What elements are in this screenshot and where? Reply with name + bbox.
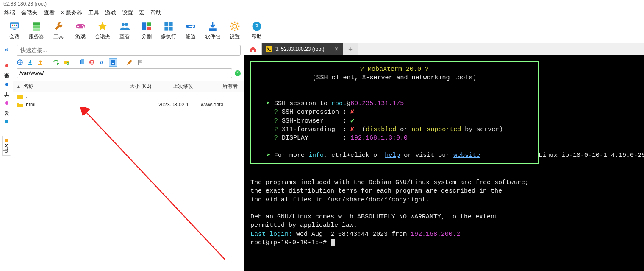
- website-link[interactable]: website: [453, 152, 480, 159]
- home-icon: [249, 45, 257, 53]
- text-icon[interactable]: A: [99, 59, 105, 66]
- tb-help-label: 帮助: [252, 33, 262, 40]
- sftp-path-input[interactable]: [17, 68, 232, 78]
- svg-rect-7: [33, 25, 40, 28]
- flag-icon[interactable]: [136, 59, 143, 66]
- tb-servers[interactable]: 服务器: [25, 20, 47, 41]
- tb-tunnel-label: 隧道: [186, 33, 196, 40]
- terminal[interactable]: ? MobaXterm 20.0 ? (SSH client, X-server…: [244, 55, 644, 271]
- col-modified[interactable]: 上次修改: [169, 81, 219, 92]
- col-size[interactable]: 大小 (KB): [126, 81, 169, 92]
- svg-rect-17: [147, 22, 151, 26]
- sidetab-tools[interactable]: 工具: [2, 80, 11, 91]
- svg-rect-6: [33, 22, 40, 25]
- menu-view[interactable]: 查看: [44, 9, 55, 17]
- tb-session-label: 会话: [9, 33, 19, 40]
- menu-macros[interactable]: 宏: [139, 9, 144, 17]
- menu-sessions[interactable]: 会话夹: [21, 9, 38, 17]
- tb-multiexec-label: 多执行: [161, 33, 176, 40]
- terminal-area: 3. 52.83.180.23 (root) ✕ ＋ ? MobaXterm 2…: [244, 43, 644, 271]
- svg-text:A: A: [100, 59, 104, 66]
- svg-rect-42: [252, 50, 254, 52]
- sidetab-macros[interactable]: 发: [2, 98, 11, 109]
- menu-bar: 终端 会话夹 查看 X 服务器 工具 游戏 设置 宏 帮助: [0, 8, 644, 18]
- window-title: 52.83.180.23 (root): [0, 0, 644, 8]
- home-tab[interactable]: [244, 43, 262, 55]
- file-row-up[interactable]: ..: [13, 92, 244, 101]
- split-icon: [141, 20, 153, 32]
- delete-icon[interactable]: [89, 59, 95, 66]
- svg-rect-29: [28, 64, 32, 65]
- tb-view-label: 查看: [119, 33, 130, 40]
- tb-tunnel[interactable]: 隧道: [180, 20, 202, 41]
- servers-icon: [31, 20, 42, 32]
- help-link[interactable]: help: [385, 152, 400, 159]
- session-tab[interactable]: 3. 52.83.180.23 (root) ✕: [262, 43, 343, 55]
- upload-icon[interactable]: [37, 59, 44, 66]
- motd-6: permitted by applicable law.: [250, 222, 357, 229]
- col-name[interactable]: 名称: [23, 83, 33, 90]
- col-owner[interactable]: 所有者: [219, 81, 244, 92]
- monitor-icon: [8, 20, 20, 32]
- tb-help[interactable]: ? 帮助: [246, 20, 268, 41]
- tb-packages[interactable]: 软件包: [202, 20, 224, 41]
- svg-point-14: [122, 23, 125, 26]
- gamepad-icon: [75, 20, 86, 32]
- svg-rect-40: [138, 60, 139, 65]
- tb-games[interactable]: 游戏: [69, 20, 92, 41]
- ssh-user: root: [331, 100, 347, 107]
- file-header: ▲名称 大小 (KB) 上次修改 所有者: [13, 81, 244, 92]
- motd-1: Linux ip-10-0-10-1 4.19.0-25-cloud-amd64…: [539, 152, 644, 159]
- edit-icon[interactable]: [126, 59, 133, 66]
- new-tab-button[interactable]: ＋: [343, 43, 358, 55]
- quick-connect-input[interactable]: [17, 45, 241, 56]
- new-folder-icon[interactable]: [63, 59, 69, 66]
- wrench-icon: [53, 20, 64, 32]
- svg-rect-37: [112, 61, 114, 61]
- menu-settings[interactable]: 设置: [122, 9, 133, 17]
- close-tab-icon[interactable]: ✕: [334, 46, 339, 52]
- svg-point-25: [233, 25, 237, 28]
- menu-games[interactable]: 游戏: [105, 9, 116, 17]
- svg-point-10: [82, 25, 84, 27]
- tb-settings[interactable]: 设置: [224, 20, 246, 41]
- side-tabs: « 会话夹 工具 发 Sftp: [0, 43, 13, 271]
- menu-help[interactable]: 帮助: [150, 9, 161, 17]
- svg-rect-8: [33, 28, 40, 31]
- sidetab-sftp[interactable]: Sftp: [2, 136, 11, 156]
- star-icon: [97, 20, 108, 32]
- svg-rect-5: [13, 29, 15, 30]
- last-login-ip: 192.168.200.2: [411, 231, 460, 238]
- file-name: ..: [26, 93, 29, 99]
- sidetab-extra[interactable]: [2, 117, 11, 128]
- download-icon[interactable]: [27, 59, 33, 66]
- info-word: info: [308, 152, 324, 159]
- prompt: root@ip-10-0-10-1:~#: [250, 239, 330, 246]
- tb-session[interactable]: 会话: [3, 20, 25, 41]
- svg-rect-13: [77, 26, 79, 27]
- motd-3: the exact distribution terms for each pr…: [250, 187, 502, 195]
- tb-view[interactable]: 查看: [114, 20, 136, 41]
- session-tab-label: 3. 52.83.180.23 (root): [275, 46, 324, 52]
- sidetab-sessions[interactable]: 会话夹: [2, 61, 11, 72]
- tb-servers-label: 服务器: [29, 33, 44, 40]
- globe-icon[interactable]: [17, 59, 23, 66]
- svg-rect-20: [169, 22, 173, 26]
- sftp-toolbar: A: [13, 56, 244, 68]
- svg-rect-18: [147, 27, 151, 30]
- help-icon: ?: [251, 20, 263, 32]
- tb-packages-label: 软件包: [205, 33, 220, 40]
- file-row-html[interactable]: html 2023-08-02 1... www-data: [13, 101, 244, 109]
- tb-multiexec[interactable]: 多执行: [158, 20, 180, 41]
- refresh-icon[interactable]: [53, 59, 59, 66]
- menu-tools[interactable]: 工具: [88, 9, 99, 17]
- properties-icon[interactable]: [109, 58, 117, 67]
- copy-icon[interactable]: [78, 59, 85, 66]
- sort-asc-icon[interactable]: ▲: [17, 84, 21, 89]
- tb-sessfolder[interactable]: 会话夹: [92, 20, 114, 41]
- collapse-icon[interactable]: «: [5, 46, 8, 53]
- tb-split[interactable]: 分割: [136, 20, 158, 41]
- menu-xserver[interactable]: X 服务器: [61, 9, 82, 17]
- tb-tools[interactable]: 工具: [47, 20, 69, 41]
- menu-terminal[interactable]: 终端: [4, 9, 15, 17]
